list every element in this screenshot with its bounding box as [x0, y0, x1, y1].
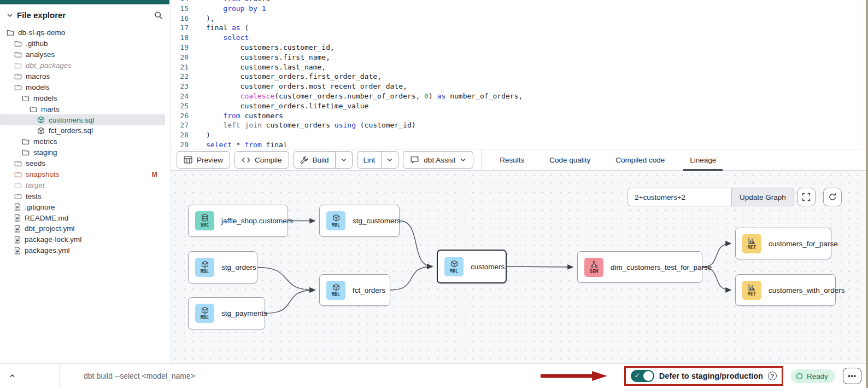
- search-icon[interactable]: [154, 11, 163, 20]
- more-menu-button[interactable]: •••: [843, 368, 861, 384]
- toolbar-divider: [481, 149, 482, 170]
- lineage-node-fct_orders[interactable]: MDLfct_orders: [319, 274, 390, 306]
- tab-code-quality[interactable]: Code quality: [545, 149, 595, 170]
- tree-item-tests[interactable]: tests: [0, 190, 165, 201]
- defer-toggle[interactable]: ✓: [631, 370, 654, 382]
- tree-item-label: packages.yml: [25, 246, 70, 254]
- sidebar-accent-bar: [0, 0, 169, 4]
- lineage-node-stg_orders[interactable]: MDLstg_orders: [188, 251, 257, 283]
- tree-item-macros[interactable]: macros: [0, 71, 165, 82]
- tree-item-snapshots[interactable]: snapshotsM: [0, 169, 165, 180]
- cube-icon: [332, 283, 340, 291]
- build-dropdown-button[interactable]: [335, 152, 352, 168]
- compile-button[interactable]: Compile: [234, 151, 289, 169]
- tree-item-label: staging: [33, 148, 57, 157]
- preview-button[interactable]: Preview: [177, 151, 230, 169]
- lineage-node-customers_for_parse[interactable]: METcustomers_for_parse: [735, 228, 831, 259]
- badge-label: MET: [748, 245, 756, 250]
- tab-compiled-code[interactable]: Compiled code: [611, 149, 669, 170]
- lint-button[interactable]: Lint: [357, 152, 382, 168]
- node-label: stg_customers: [353, 217, 401, 225]
- lineage-node-customers[interactable]: MDLcustomers: [437, 250, 507, 283]
- code-editor[interactable]: 14 from orders15 group by 116),17final a…: [171, 0, 868, 149]
- folder-icon: [14, 51, 22, 58]
- tree-item-label: snapshots: [26, 170, 60, 178]
- code-line: 16),: [171, 14, 868, 24]
- lineage-node-jaffle_shop_customers[interactable]: SRCjaffle_shop.customers: [188, 205, 288, 237]
- tree-item--gitignore[interactable]: .gitignore: [0, 201, 165, 212]
- tree-item-models[interactable]: models: [0, 92, 165, 103]
- line-number: 27: [171, 120, 196, 130]
- edge-stg_orders-to-fct_orders: [257, 268, 315, 291]
- update-graph-button[interactable]: Update Graph: [731, 188, 794, 206]
- cube-icon: [332, 214, 340, 222]
- tree-item-metrics[interactable]: metrics: [0, 136, 165, 147]
- refresh-button[interactable]: [823, 188, 842, 206]
- edge-fct_orders-to-customers: [390, 267, 432, 290]
- met-badge: MET: [742, 281, 761, 300]
- code-line: 29select * from final: [171, 140, 868, 149]
- mdl-badge: MDL: [195, 304, 214, 323]
- lineage-node-dim_customers_test_for_parse[interactable]: SEMdim_customers_test_for_parse: [577, 251, 702, 283]
- code-line: 23 customer_orders.most_recent_order_dat…: [171, 82, 868, 91]
- tree-item-models[interactable]: models: [0, 82, 165, 92]
- app-window: File explorer db-sl-qs-demo.githubanalys…: [0, 0, 868, 363]
- tree-item-marts[interactable]: marts: [0, 103, 165, 114]
- tab-lineage[interactable]: Lineage: [685, 149, 720, 170]
- code-line: 22 customer_orders.first_order_date,: [171, 72, 868, 82]
- tree-item-staging[interactable]: staging: [0, 147, 165, 158]
- tree-item-dbt-packages[interactable]: dbt_packages: [0, 60, 165, 71]
- line-number: 15: [171, 4, 196, 14]
- tree-item-analyses[interactable]: analyses: [0, 49, 165, 60]
- line-number: 21: [171, 62, 196, 72]
- file-tree: db-sl-qs-demo.githubanalysesdbt_packages…: [0, 23, 171, 256]
- lineage-selector-input[interactable]: [627, 188, 731, 206]
- folder-icon: [14, 73, 22, 80]
- tree-item-readme-md[interactable]: README.md: [0, 212, 165, 223]
- help-icon[interactable]: ?: [768, 372, 777, 380]
- dbt-command-input[interactable]: [84, 372, 539, 380]
- chevron-down-icon[interactable]: [7, 12, 13, 19]
- fullscreen-button[interactable]: [797, 188, 816, 206]
- tree-item-seeds[interactable]: seeds: [0, 158, 165, 169]
- mdl-badge: MDL: [326, 211, 345, 230]
- lineage-node-customers_with_orders[interactable]: METcustomers_with_orders: [735, 274, 836, 306]
- wrench-icon: [300, 156, 308, 164]
- line-number: 24: [171, 91, 196, 101]
- tree-item-customers-sql[interactable]: customers.sql: [0, 114, 165, 125]
- edge-stg_payments-to-fct_orders: [265, 290, 315, 314]
- code-text: customer_orders.first_order_date,: [196, 72, 382, 82]
- lineage-panel[interactable]: SRCjaffle_shop.customersMDLstg_customers…: [171, 171, 868, 363]
- lineage-node-stg_payments[interactable]: MDLstg_payments: [188, 297, 265, 329]
- tree-item-label: marts: [41, 105, 60, 113]
- line-number: 17: [171, 23, 196, 33]
- build-split-button: Build: [294, 151, 353, 169]
- badge-label: MDL: [201, 315, 209, 320]
- code-text: select * from final: [196, 140, 288, 149]
- tab-results[interactable]: Results: [495, 149, 529, 170]
- tree-item-target[interactable]: target: [0, 179, 165, 190]
- tree-item--github[interactable]: .github: [0, 38, 165, 49]
- code-text: group by 1: [196, 4, 266, 14]
- toggle-knob: [643, 371, 653, 381]
- tree-item-db-sl-qs-demo[interactable]: db-sl-qs-demo: [0, 27, 165, 38]
- lint-dropdown-button[interactable]: [381, 152, 398, 168]
- tree-item-dbt-project-yml[interactable]: dbt_project.yml: [0, 223, 165, 234]
- badge-label: SRC: [201, 222, 209, 228]
- cube-icon: [201, 260, 209, 268]
- sem-badge: SEM: [584, 258, 603, 277]
- folder-icon: [14, 40, 22, 47]
- lineage-node-stg_customers[interactable]: MDLstg_customers: [319, 205, 400, 237]
- collapse-panel-button[interactable]: [7, 373, 17, 379]
- tree-item-package-lock-yml[interactable]: package-lock.yml: [0, 234, 165, 245]
- refresh-icon: [828, 193, 837, 201]
- tree-item-fct-orders-sql[interactable]: fct_orders.sql: [0, 125, 165, 136]
- build-label: Build: [313, 156, 329, 164]
- tree-item-packages-yml[interactable]: packages.yml: [0, 245, 165, 256]
- editor-scrollbar[interactable]: [859, 0, 859, 149]
- code-text: from customers: [196, 111, 283, 121]
- dbt-assist-button[interactable]: dbt Assist: [403, 151, 473, 169]
- build-button[interactable]: Build: [294, 152, 335, 168]
- code-text: customers.first_name,: [196, 53, 330, 62]
- ready-label: Ready: [807, 372, 828, 380]
